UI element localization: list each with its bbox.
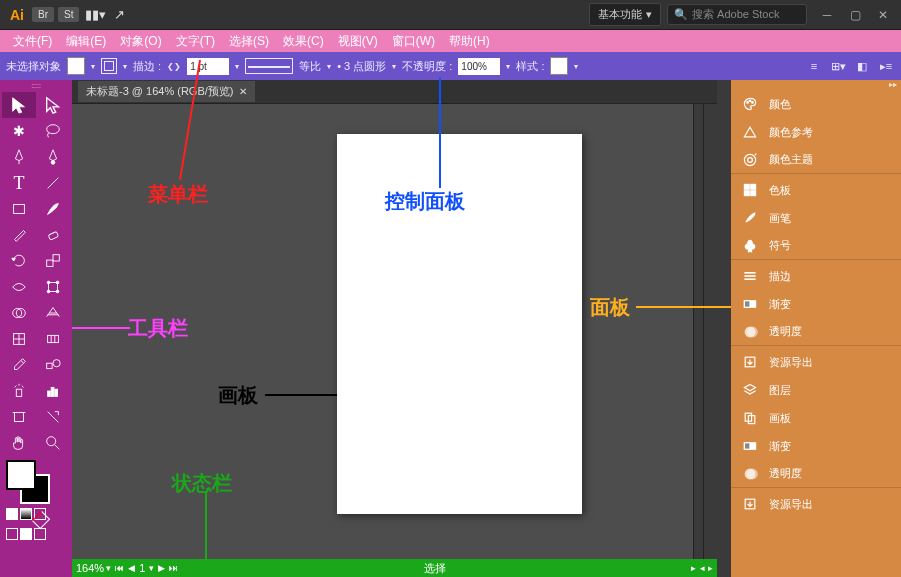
panel-target[interactable]: 颜色主题	[731, 146, 901, 174]
type-tool[interactable]: T	[2, 170, 36, 196]
rotate-tool[interactable]	[2, 248, 36, 274]
panel-layers[interactable]: 图层	[731, 376, 901, 404]
panel-triangle[interactable]: 颜色参考	[731, 118, 901, 146]
artboard-tool[interactable]	[2, 404, 36, 430]
stock-button[interactable]: St	[58, 7, 79, 22]
menu-type[interactable]: 文字(T)	[169, 33, 222, 50]
hand-tool[interactable]	[2, 430, 36, 456]
stroke-swatch[interactable]	[101, 58, 117, 74]
color-mode-buttons[interactable]	[6, 508, 66, 520]
shaper-tool[interactable]	[2, 222, 36, 248]
triangle-icon	[741, 123, 759, 141]
arrange-icon[interactable]: ▮▮▾	[85, 7, 106, 22]
eraser-tool[interactable]	[36, 222, 70, 248]
mesh-tool[interactable]	[2, 326, 36, 352]
menu-effect[interactable]: 效果(C)	[276, 33, 331, 50]
curvature-tool[interactable]	[36, 144, 70, 170]
transform-icon[interactable]: ⊞▾	[829, 57, 847, 75]
stroke-stepper[interactable]: ❮❯	[167, 62, 181, 71]
workspace-selector[interactable]: 基本功能▾	[589, 3, 661, 26]
menu-file[interactable]: 文件(F)	[6, 33, 59, 50]
bridge-button[interactable]: Br	[32, 7, 54, 22]
panel-gradient[interactable]: 渐变	[731, 290, 901, 318]
menu-select[interactable]: 选择(S)	[222, 33, 276, 50]
lasso-tool[interactable]	[36, 118, 70, 144]
menu-view[interactable]: 视图(V)	[331, 33, 385, 50]
graph-tool[interactable]	[36, 378, 70, 404]
panel-brush[interactable]: 画笔	[731, 204, 901, 232]
nav-next[interactable]: ▶	[158, 563, 165, 573]
panel-export[interactable]: 资源导出	[731, 490, 901, 518]
pen-tool[interactable]	[2, 144, 36, 170]
maximize-button[interactable]: ▢	[841, 5, 869, 25]
nav-last[interactable]: ⏭	[169, 563, 178, 573]
align-icon[interactable]: ≡	[805, 57, 823, 75]
slice-tool[interactable]	[36, 404, 70, 430]
nav-first[interactable]: ⏮	[115, 563, 124, 573]
canvas[interactable]	[72, 104, 717, 559]
menu-icon[interactable]: ▸≡	[877, 57, 895, 75]
fill-stroke-swatches[interactable]	[6, 460, 50, 504]
width-tool[interactable]	[2, 274, 36, 300]
panel-circle[interactable]: 透明度	[731, 460, 901, 488]
svg-point-29	[47, 437, 56, 446]
svg-rect-24	[51, 387, 54, 396]
circle-icon	[741, 323, 759, 341]
circle-icon	[741, 465, 759, 483]
selection-tool[interactable]	[2, 92, 36, 118]
menu-window[interactable]: 窗口(W)	[385, 33, 442, 50]
opacity-input[interactable]	[458, 58, 500, 75]
document-tab[interactable]: 未标题-3 @ 164% (RGB/预览)✕	[78, 81, 255, 102]
panel-collapse-strip[interactable]	[717, 80, 731, 577]
menu-object[interactable]: 对象(O)	[113, 33, 168, 50]
svg-point-21	[53, 360, 60, 367]
panel-palette[interactable]: 颜色	[731, 90, 901, 118]
brush-tool[interactable]	[36, 196, 70, 222]
eyedropper-tool[interactable]	[2, 352, 36, 378]
symbol-sprayer-tool[interactable]	[2, 378, 36, 404]
gpu-icon[interactable]: ↗	[114, 7, 125, 22]
panel-club[interactable]: 符号	[731, 232, 901, 260]
close-tab-icon[interactable]: ✕	[239, 86, 247, 97]
line-tool[interactable]	[36, 170, 70, 196]
panel-circle[interactable]: 透明度	[731, 318, 901, 346]
menu-help[interactable]: 帮助(H)	[442, 33, 497, 50]
fill-swatch[interactable]	[67, 57, 85, 75]
vertical-scrollbar[interactable]	[703, 104, 717, 559]
selection-label: 未选择对象	[6, 59, 61, 74]
shape-builder-tool[interactable]	[2, 300, 36, 326]
scale-tool[interactable]	[36, 248, 70, 274]
zoom-tool[interactable]	[36, 430, 70, 456]
nav-prev[interactable]: ◀	[128, 563, 135, 573]
panel-export[interactable]: 资源导出	[731, 348, 901, 376]
panel-expand-strip[interactable]	[693, 104, 703, 559]
rect-tool[interactable]	[2, 196, 36, 222]
panel-menu-icon[interactable]: ▸▸	[731, 80, 901, 90]
style-swatch[interactable]	[550, 57, 568, 75]
close-button[interactable]: ✕	[869, 5, 897, 25]
page-input[interactable]: 1	[139, 562, 145, 574]
perspective-tool[interactable]	[36, 300, 70, 326]
search-icon: 🔍	[674, 8, 688, 21]
blend-tool[interactable]	[36, 352, 70, 378]
gradient-tool[interactable]	[36, 326, 70, 352]
search-input[interactable]: 🔍搜索 Adobe Stock	[667, 4, 807, 25]
menu-edit[interactable]: 编辑(E)	[59, 33, 113, 50]
panel-lines[interactable]: 描边	[731, 262, 901, 290]
panel-grid[interactable]: 色板	[731, 176, 901, 204]
direct-select-tool[interactable]	[36, 92, 70, 118]
wand-tool[interactable]: ✱	[2, 118, 36, 144]
stroke-style[interactable]	[245, 58, 293, 74]
isolate-icon[interactable]: ◧	[853, 57, 871, 75]
stroke-width-input[interactable]	[187, 58, 229, 75]
svg-rect-3	[14, 205, 25, 214]
screen-mode-buttons[interactable]	[6, 528, 66, 540]
free-transform-tool[interactable]	[36, 274, 70, 300]
minimize-button[interactable]: ─	[813, 5, 841, 25]
panel-grad2[interactable]: 渐变	[731, 432, 901, 460]
panel-art[interactable]: 画板	[731, 404, 901, 432]
zoom-selector[interactable]: 164%▾	[76, 562, 111, 574]
grad2-icon	[741, 437, 759, 455]
artboard[interactable]	[337, 134, 582, 514]
brush-preset[interactable]: • 3 点圆形	[337, 59, 386, 74]
